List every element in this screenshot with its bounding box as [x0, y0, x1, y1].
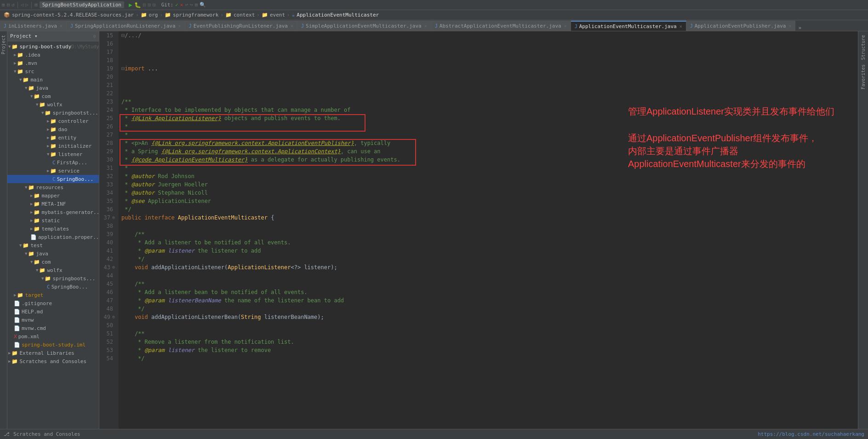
- tab-icon-4: J: [301, 23, 304, 29]
- code-line-16: [121, 40, 619, 48]
- bottom-icon-git: ⎇: [4, 431, 10, 437]
- run-icon[interactable]: ▶: [129, 1, 132, 8]
- tree-label-springboo: SpringBoo...: [57, 176, 93, 182]
- tree-root[interactable]: ▼ 📁 spring-boot-study D:\MyStudy...: [7, 42, 99, 51]
- tree-item-gitignore[interactable]: 📄 .gitignore: [7, 299, 99, 307]
- bottom-scratches[interactable]: Scratches and Consoles: [13, 431, 80, 437]
- tab-overflow[interactable]: »: [795, 25, 804, 31]
- file-icon-mvnw: 📄: [14, 317, 20, 323]
- file-icon-iml: 📄: [14, 342, 20, 348]
- tree-item-mapper[interactable]: ▶ 📁 mapper: [7, 191, 99, 200]
- breadcrumb-jar-text[interactable]: spring-context-5.2.4.RELEASE-sources.jar: [12, 12, 134, 18]
- tree-item-main[interactable]: ▼ 📁 main: [7, 75, 99, 84]
- tab-close-3[interactable]: ×: [291, 23, 293, 29]
- app-name-badge[interactable]: SpringBootStudyApplication: [40, 1, 124, 8]
- tree-item-dao[interactable]: ▶ 📁 dao: [7, 125, 99, 133]
- tree-label-test-sb: springboots...: [52, 276, 95, 282]
- tab-multicaster-active[interactable]: J ApplicationEventMulticaster.java ×: [571, 21, 686, 31]
- tree-item-resources[interactable]: ▼ 📁 resources: [7, 183, 99, 191]
- tree-label-pom: pom.xml: [18, 334, 40, 340]
- tree-item-src[interactable]: ▼ 📁 src: [7, 67, 99, 75]
- forward-icon[interactable]: ▷: [26, 2, 29, 8]
- tree-item-static[interactable]: ▶ 📁 static: [7, 216, 99, 225]
- tree-item-test-wolfx[interactable]: ▼ 📁 wolfx: [7, 266, 99, 274]
- folder-icon-idea: 📁: [17, 52, 23, 58]
- code-area[interactable]: ⊟/.../ ⊟import ...: [119, 31, 619, 429]
- code-line-39: /**: [121, 230, 619, 238]
- tab-simple[interactable]: J SimpleApplicationEventMulticaster.java…: [297, 21, 431, 31]
- code-line-44: [121, 271, 619, 280]
- tab-close-2[interactable]: ×: [178, 23, 181, 29]
- tree-item-springbootst[interactable]: ▼ 📁 springbootst...: [7, 109, 99, 117]
- vtab-favorites[interactable]: Favorites: [860, 63, 867, 91]
- tree-item-test-sb[interactable]: ▼ 📁 springboots...: [7, 274, 99, 283]
- tab-publisher[interactable]: J ApplicationEventPublisher.java ×: [686, 21, 796, 31]
- tab-springrunlistener[interactable]: J SpringApplicationRunListener.java ×: [67, 21, 185, 31]
- tree-item-listener[interactable]: ▼ 📁 listener: [7, 150, 99, 158]
- breadcrumb-org[interactable]: org: [149, 12, 158, 18]
- code-line-51: /**: [121, 329, 619, 338]
- tree-item-application-prop[interactable]: 📄 application.proper...: [7, 233, 99, 241]
- tree-item-templates[interactable]: ▶ 📁 templates: [7, 225, 99, 233]
- gear-icon[interactable]: ⚙: [93, 34, 96, 39]
- tree-item-mvnw[interactable]: 📄 mvnw: [7, 316, 99, 324]
- tree-item-initializer[interactable]: ▶ 📁 initializer: [7, 142, 99, 150]
- tree-item-metainf[interactable]: ▶ 📁 META-INF: [7, 200, 99, 208]
- tab-abstract[interactable]: J AbstractApplicationEventMulticaster.ja…: [431, 21, 571, 31]
- tree-item-controller[interactable]: ▶ 📁 controller: [7, 117, 99, 125]
- java-icon-test-springboo: C: [47, 284, 50, 290]
- breadcrumb-java-file[interactable]: ApplicationEventMulticaster: [297, 12, 379, 18]
- tree-item-external[interactable]: ▶ 📁 External Libraries: [7, 349, 99, 357]
- tree-item-target[interactable]: ▶ 📁 target: [7, 291, 99, 299]
- file-icon-prop: 📄: [30, 234, 37, 240]
- tab-close-1[interactable]: ×: [60, 23, 63, 29]
- tree-item-mybatis[interactable]: ▶ 📁 mybatis-generator...: [7, 208, 99, 216]
- debug-icon[interactable]: 🐛: [134, 2, 141, 8]
- tree-item-service[interactable]: ▶ 📁 service: [7, 167, 99, 175]
- tree-label-test-java: java: [36, 251, 48, 257]
- tree-item-helpmd[interactable]: 📄 HELP.md: [7, 307, 99, 316]
- tree-item-java[interactable]: ▼ 📁 java: [7, 84, 99, 92]
- tab-close-5[interactable]: ×: [564, 23, 567, 29]
- tree-item-springboo-selected[interactable]: C SpringBoo...: [7, 175, 99, 183]
- folder-icon-test-sb: 📁: [45, 276, 51, 282]
- tree-item-com[interactable]: ▼ 📁 com: [7, 92, 99, 100]
- back-icon[interactable]: ◁: [21, 2, 24, 8]
- tree-item-idea[interactable]: ▶ 📁 .idea: [7, 51, 99, 59]
- breadcrumb-jar[interactable]: 📦: [4, 12, 10, 18]
- tree-item-scratches[interactable]: ▶ 📁 Scratches and Consoles: [7, 357, 99, 365]
- tree-item-pom[interactable]: X pom.xml: [7, 332, 99, 341]
- project-vtab[interactable]: Project: [0, 31, 7, 58]
- breadcrumb-event[interactable]: event: [270, 12, 285, 18]
- tree-label-java: java: [36, 85, 48, 91]
- tree-label-listener: listener: [58, 151, 82, 157]
- tree-item-firstap[interactable]: C FirstAp...: [7, 158, 99, 167]
- tab-inListeners[interactable]: J inListeners.java ×: [0, 21, 67, 31]
- tree-item-entity[interactable]: ▶ 📁 entity: [7, 133, 99, 142]
- folder-icon-templates: 📁: [34, 226, 40, 232]
- tab-icon-6: J: [575, 24, 577, 29]
- tree-item-test[interactable]: ▼ 📁 test: [7, 241, 99, 249]
- vtab-structure[interactable]: Structure: [860, 33, 867, 62]
- tree-item-test-java[interactable]: ▼ 📁 java: [7, 249, 99, 258]
- tab-close-6[interactable]: ×: [680, 24, 682, 29]
- tree-item-test-springboo[interactable]: C SpringBoo...: [7, 283, 99, 291]
- tab-bar: J inListeners.java × J SpringApplication…: [0, 20, 868, 31]
- main-layout: Project Project ▾ ⚙ ▼ 📁 spring-boot-stud…: [0, 31, 868, 429]
- tree-label-gitignore: .gitignore: [22, 300, 52, 306]
- breadcrumb-springframework[interactable]: springframework: [173, 12, 218, 18]
- tree-label-external: External Libraries: [19, 350, 74, 356]
- tab-close-4[interactable]: ×: [424, 23, 427, 29]
- tree-item-mvnwcmd[interactable]: 📄 mvnw.cmd: [7, 324, 99, 332]
- tree-item-test-com[interactable]: ▼ 📁 com: [7, 258, 99, 266]
- tree-item-iml[interactable]: 📄 spring-boot-study.iml: [7, 341, 99, 349]
- tab-eventpublishing[interactable]: J EventPublishingRunListener.java ×: [185, 21, 297, 31]
- tab-close-7[interactable]: ×: [788, 23, 791, 29]
- code-line-27: *: [121, 131, 619, 139]
- breadcrumb-org-icon: 📁: [141, 12, 147, 18]
- code-line-50: [121, 321, 619, 329]
- tree-item-wolfx[interactable]: ▼ 📁 wolfx: [7, 100, 99, 109]
- tree-item-mvn[interactable]: ▶ 📁 .mvn: [7, 59, 99, 67]
- breadcrumb-context[interactable]: context: [234, 12, 255, 18]
- tree-label-scratches: Scratches and Consoles: [19, 358, 86, 364]
